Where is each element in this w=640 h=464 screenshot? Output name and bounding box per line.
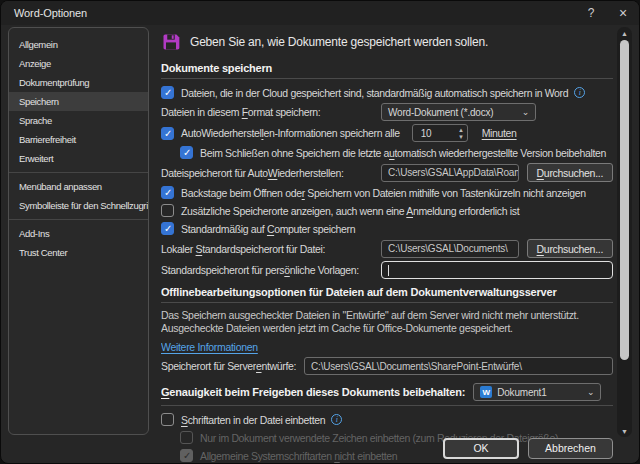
checkbox-cloud-autosave-label: Dateien, die in der Cloud gespeichert si… — [181, 87, 568, 99]
section-divider — [161, 78, 613, 79]
checkbox-autosave-interval[interactable] — [161, 127, 174, 140]
format-label: Dateien in diesem Format speichern: — [161, 106, 381, 118]
autosave-path-field[interactable]: C:\Users\GSAL\AppData\Roaming\Microsoft\… — [381, 164, 519, 182]
save-to-computer-label: Standardmäßig auf Computer speichern — [181, 223, 355, 235]
local-default-value: C:\Users\GSAL\Documents\ — [388, 243, 508, 254]
chevron-down-icon: ⌄ — [579, 387, 594, 397]
browse-autosave-button[interactable]: Durchsuchen... — [527, 163, 613, 182]
sidebar-item-allgemein[interactable]: Allgemein — [9, 35, 148, 54]
local-default-field[interactable]: C:\Users\GSAL\Documents\ — [381, 240, 519, 258]
minutes-unit-label: Minuten — [482, 127, 517, 139]
checkbox-cloud-autosave[interactable] — [161, 86, 174, 99]
sidebar-item-dokumentpruefung[interactable]: Dokumentprüfung — [9, 73, 148, 92]
save-floppy-icon — [161, 32, 181, 52]
templates-default-field[interactable] — [381, 261, 613, 279]
embed-fonts-label: Schriftarten in der Datei einbetten — [181, 414, 325, 426]
text-cursor — [388, 265, 389, 276]
close-icon[interactable]: × — [607, 1, 639, 25]
page-description: Geben Sie an, wie Dokumente gespeichert … — [190, 35, 488, 49]
local-default-label: Lokaler Standardspeicherort für Datei: — [161, 243, 381, 255]
word-document-icon: W — [480, 386, 492, 398]
checkbox-additional-places[interactable] — [161, 204, 174, 217]
sidebar-item-sprache[interactable]: Sprache — [9, 111, 148, 130]
browse-local-button[interactable]: Durchsuchen... — [527, 239, 613, 258]
sidebar-divider — [9, 219, 148, 220]
checkbox-keep-last-version[interactable] — [180, 146, 193, 159]
section-divider — [161, 302, 613, 303]
scrollbar-track[interactable] — [617, 39, 632, 425]
ok-button[interactable]: OK — [443, 438, 519, 459]
section-divider — [161, 405, 613, 406]
document-selector-value: Dokument1 — [497, 387, 546, 398]
sidebar-item-erweitert[interactable]: Erweitert — [9, 149, 148, 168]
autosave-path-value: C:\Users\GSAL\AppData\Roaming\Microsoft\… — [388, 167, 519, 178]
backstage-label: Backstage beim Öffnen oder Speichern von… — [181, 187, 586, 199]
sidebar-item-addins[interactable]: Add-Ins — [9, 224, 148, 243]
section-title-fidelity: Genauigkeit beim Freigeben dieses Dokume… — [161, 386, 465, 398]
sidebar-item-trustcenter[interactable]: Trust Center — [9, 243, 148, 262]
info-icon[interactable]: i — [574, 87, 585, 98]
titlebar: Word-Optionen ? × — [1, 1, 639, 25]
options-sidebar: Allgemein Anzeige Dokumentprüfung Speich… — [8, 27, 149, 435]
server-drafts-label: Speicherort für Serverentwürfe: — [161, 360, 296, 372]
cancel-button[interactable]: Abbrechen — [528, 438, 613, 459]
save-options-page: Geben Sie an, wie Dokumente gespeichert … — [161, 25, 613, 463]
keep-last-version-label: Beim Schließen ohne Speichern die letzte… — [200, 147, 606, 159]
checkbox-backstage[interactable] — [161, 186, 174, 199]
server-drafts-value: C:\Users\GSAL\Documents\SharePoint-Entwü… — [311, 361, 522, 372]
format-dropdown[interactable]: Word-Dokument (*.docx) ⌄ — [381, 103, 536, 121]
section-title-save: Dokumente speichern — [161, 62, 613, 74]
sidebar-item-menueband[interactable]: Menüband anpassen — [9, 177, 148, 196]
dialog-footer: OK Abbrechen — [1, 433, 639, 463]
minutes-stepper[interactable]: 10 ▲ ▼ — [412, 124, 468, 142]
autosave-interval-label: AutoWiederherstellen-Informationen speic… — [181, 127, 400, 139]
vertical-scrollbar[interactable]: ▲ ▼ — [617, 27, 632, 437]
chevron-down-icon: ⌄ — [514, 107, 529, 117]
sidebar-divider — [9, 172, 148, 173]
info-icon[interactable]: i — [331, 414, 342, 425]
section-title-offline: Offlinebearbeitungsoptionen für Dateien … — [161, 286, 613, 298]
spinner-down-icon[interactable]: ▼ — [458, 133, 464, 140]
autosave-path-label: Dateispeicherort für AutoWiederherstelle… — [161, 167, 381, 179]
checkbox-embed-fonts[interactable] — [161, 413, 174, 426]
sidebar-item-barrierefreiheit[interactable]: Barrierefreiheit — [9, 130, 148, 149]
more-info-link[interactable]: Weitere Informationen — [161, 341, 258, 353]
dialog-title: Word-Optionen — [1, 7, 87, 19]
help-icon[interactable]: ? — [575, 1, 607, 25]
scrollbar-thumb[interactable] — [620, 40, 629, 360]
checkbox-save-to-computer[interactable] — [161, 222, 174, 235]
offline-description: Das Speichern ausgecheckter Dateien in "… — [161, 309, 611, 335]
sidebar-item-schnellzugriff[interactable]: Symbolleiste für den Schnellzugriff — [9, 196, 148, 215]
word-options-dialog: Word-Optionen ? × Allgemein Anzeige Doku… — [0, 0, 640, 464]
sidebar-item-anzeige[interactable]: Anzeige — [9, 54, 148, 73]
format-dropdown-value: Word-Dokument (*.docx) — [388, 107, 493, 118]
templates-default-label: Standardspeicherort für persönliche Vorl… — [161, 264, 381, 276]
sidebar-item-speichern[interactable]: Speichern — [9, 92, 148, 111]
document-selector-dropdown[interactable]: W Dokument1 ⌄ — [473, 383, 601, 401]
scrollbar-up-icon[interactable]: ▲ — [617, 27, 632, 39]
server-drafts-field[interactable]: C:\Users\GSAL\Documents\SharePoint-Entwü… — [304, 357, 613, 375]
additional-places-label: Zusätzliche Speicherorte anzeigen, auch … — [181, 205, 519, 217]
spinner-up-icon[interactable]: ▲ — [458, 126, 464, 133]
minutes-value: 10 — [421, 128, 431, 139]
